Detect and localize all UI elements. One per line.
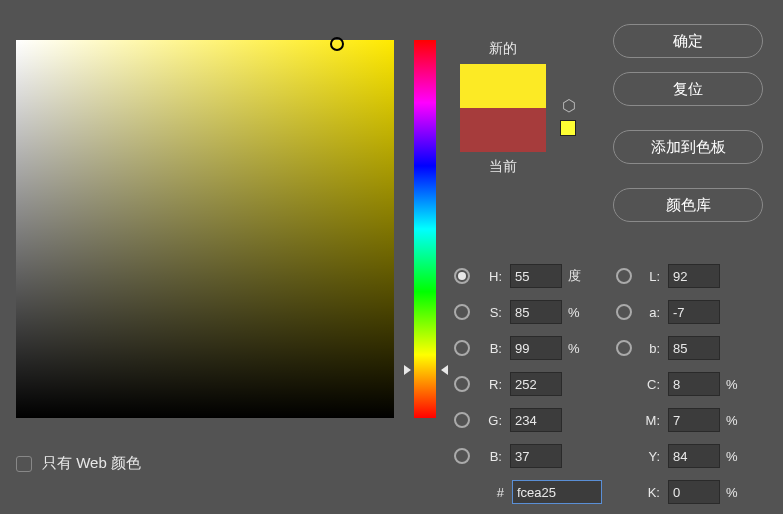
saturation-brightness-field[interactable] bbox=[16, 40, 394, 418]
b-lab-label: b: bbox=[638, 341, 660, 356]
r-label: R: bbox=[476, 377, 502, 392]
y-unit: % bbox=[726, 449, 744, 464]
ok-button[interactable]: 确定 bbox=[613, 24, 763, 58]
color-preview bbox=[460, 64, 546, 152]
l-input[interactable] bbox=[668, 264, 720, 288]
g-label: G: bbox=[476, 413, 502, 428]
y-label: Y: bbox=[638, 449, 660, 464]
s-unit: % bbox=[568, 305, 586, 320]
h-unit: 度 bbox=[568, 267, 586, 285]
hue-slider[interactable] bbox=[414, 40, 436, 418]
k-label: K: bbox=[638, 485, 660, 500]
hex-input[interactable] bbox=[512, 480, 602, 504]
b-lab-input[interactable] bbox=[668, 336, 720, 360]
web-only-label: 只有 Web 颜色 bbox=[42, 454, 141, 473]
m-input[interactable] bbox=[668, 408, 720, 432]
b-hsb-input[interactable] bbox=[510, 336, 562, 360]
k-input[interactable] bbox=[668, 480, 720, 504]
b-hsb-radio[interactable] bbox=[454, 340, 470, 356]
current-color-label: 当前 bbox=[460, 158, 546, 176]
y-input[interactable] bbox=[668, 444, 720, 468]
b-rgb-radio[interactable] bbox=[454, 448, 470, 464]
b-rgb-label: B: bbox=[476, 449, 502, 464]
g-input[interactable] bbox=[510, 408, 562, 432]
new-color-swatch[interactable] bbox=[460, 64, 546, 108]
c-unit: % bbox=[726, 377, 744, 392]
s-input[interactable] bbox=[510, 300, 562, 324]
h-label: H: bbox=[476, 269, 502, 284]
gamut-warning-icon[interactable]: ⬡ bbox=[562, 96, 576, 115]
websafe-color-swatch[interactable] bbox=[560, 120, 576, 136]
b-hsb-unit: % bbox=[568, 341, 586, 356]
s-label: S: bbox=[476, 305, 502, 320]
c-input[interactable] bbox=[668, 372, 720, 396]
r-radio[interactable] bbox=[454, 376, 470, 392]
l-radio[interactable] bbox=[616, 268, 632, 284]
hex-label: # bbox=[490, 485, 504, 500]
color-libraries-button[interactable]: 颜色库 bbox=[613, 188, 763, 222]
current-color-swatch[interactable] bbox=[460, 108, 546, 152]
b-hsb-label: B: bbox=[476, 341, 502, 356]
s-radio[interactable] bbox=[454, 304, 470, 320]
m-label: M: bbox=[638, 413, 660, 428]
h-radio[interactable] bbox=[454, 268, 470, 284]
color-picker-handle[interactable] bbox=[330, 37, 344, 51]
l-label: L: bbox=[638, 269, 660, 284]
web-only-checkbox[interactable] bbox=[16, 456, 32, 472]
reset-button[interactable]: 复位 bbox=[613, 72, 763, 106]
a-radio[interactable] bbox=[616, 304, 632, 320]
r-input[interactable] bbox=[510, 372, 562, 396]
a-label: a: bbox=[638, 305, 660, 320]
k-unit: % bbox=[726, 485, 744, 500]
add-swatch-button[interactable]: 添加到色板 bbox=[613, 130, 763, 164]
new-color-label: 新的 bbox=[460, 40, 546, 58]
c-label: C: bbox=[638, 377, 660, 392]
a-input[interactable] bbox=[668, 300, 720, 324]
g-radio[interactable] bbox=[454, 412, 470, 428]
b-rgb-input[interactable] bbox=[510, 444, 562, 468]
m-unit: % bbox=[726, 413, 744, 428]
b-lab-radio[interactable] bbox=[616, 340, 632, 356]
h-input[interactable] bbox=[510, 264, 562, 288]
